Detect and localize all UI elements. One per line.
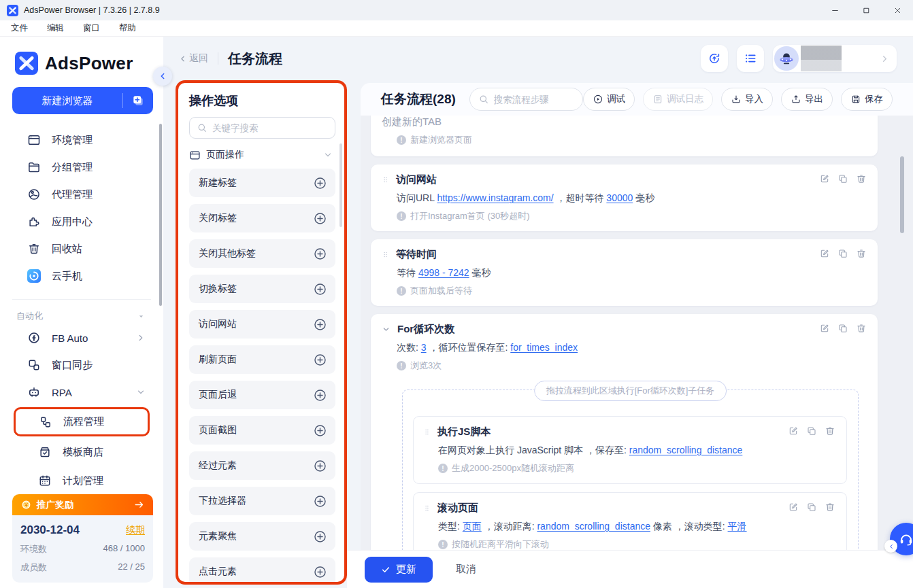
config-link-timeout[interactable]: 30000 [606, 192, 633, 203]
toolbar-button[interactable]: 导入 [721, 88, 773, 111]
plus-circle-icon[interactable] [313, 176, 327, 190]
menu-item[interactable]: 编辑 [47, 22, 64, 34]
operation-item[interactable]: 关闭标签 [189, 204, 335, 232]
sidebar-nav-item[interactable]: 模板商店 [0, 438, 163, 466]
operation-item[interactable]: 页面后退 [189, 381, 335, 409]
nav-item-label: 代理管理 [52, 188, 93, 201]
sidebar-nav-item[interactable]: 计划管理 [0, 466, 163, 495]
sidebar-nav-item[interactable]: 代理管理 [0, 181, 163, 208]
config-link-scroll-type[interactable]: 平滑 [728, 521, 747, 532]
operation-item[interactable]: 元素聚焦 [189, 522, 335, 551]
drag-handle-icon[interactable] [423, 503, 431, 513]
sidebar-nav-item[interactable]: FB Auto [0, 324, 163, 351]
menu-item[interactable]: 窗口 [83, 22, 100, 34]
config-link-times[interactable]: 3 [421, 342, 427, 353]
drag-handle-icon[interactable] [382, 175, 389, 185]
copy-icon[interactable] [837, 323, 848, 334]
drag-handle-icon[interactable] [423, 427, 431, 437]
ops-search-input[interactable] [212, 123, 328, 133]
automation-section-header[interactable]: 自动化 [16, 308, 146, 324]
edit-icon[interactable] [788, 426, 799, 436]
config-link-distance[interactable]: random_scrolling_distance [537, 521, 650, 532]
operation-item[interactable]: 关闭其他标签 [189, 239, 335, 268]
plus-circle-icon[interactable] [313, 565, 327, 579]
copy-icon[interactable] [806, 502, 817, 513]
operation-item-label: 页面截图 [199, 424, 237, 436]
plus-circle-icon[interactable] [313, 530, 327, 544]
menu-item[interactable]: 帮助 [119, 22, 136, 34]
task-list-button[interactable] [737, 45, 764, 72]
plus-circle-icon[interactable] [313, 247, 327, 261]
new-browser-quick-add[interactable] [123, 94, 153, 107]
toolbar-button[interactable]: 导出 [781, 88, 833, 111]
delete-icon[interactable] [825, 502, 835, 513]
edit-icon[interactable] [819, 248, 830, 259]
support-collapse-button[interactable] [884, 540, 897, 553]
sidebar-nav-item[interactable]: 窗口同步 [0, 351, 163, 379]
delete-icon[interactable] [856, 248, 867, 259]
cancel-button[interactable]: 取消 [456, 563, 476, 576]
edit-icon[interactable] [788, 502, 799, 513]
plus-circle-icon[interactable] [313, 211, 327, 226]
sidebar-collapse-button[interactable] [153, 67, 172, 86]
toolbar-button[interactable]: 调试日志 [643, 88, 713, 111]
edit-icon[interactable] [819, 323, 830, 334]
plus-circle-icon[interactable] [313, 282, 327, 296]
toolbar-button[interactable]: 调试 [583, 88, 635, 111]
plus-circle-icon[interactable] [313, 494, 327, 508]
config-link-variable[interactable]: for_times_index [510, 342, 578, 353]
operation-item[interactable]: 页面截图 [189, 416, 335, 445]
edit-icon[interactable] [819, 173, 830, 184]
sidebar-nav-item[interactable]: 分组管理 [0, 154, 163, 181]
plus-circle-icon[interactable] [313, 353, 327, 367]
update-button[interactable]: 更新 [365, 557, 433, 583]
chevron-down-icon[interactable] [382, 325, 391, 334]
operation-item[interactable]: 刷新页面 [189, 345, 335, 374]
copy-icon[interactable] [837, 248, 848, 259]
sidebar-nav-item[interactable]: 应用中心 [0, 208, 163, 235]
toolbar-button[interactable]: 保存 [841, 88, 893, 111]
renew-link[interactable]: 续期 [126, 524, 145, 536]
delete-icon[interactable] [856, 173, 867, 184]
operation-item[interactable]: 下拉选择器 [189, 487, 335, 515]
copy-icon[interactable] [837, 173, 848, 184]
sidebar-nav-item[interactable]: 环境管理 [0, 126, 163, 154]
drag-handle-icon[interactable] [382, 249, 389, 260]
sidebar-nav-item[interactable]: 回收站 [0, 235, 163, 262]
sync-button[interactable] [701, 45, 728, 72]
plus-circle-icon[interactable] [313, 423, 327, 438]
config-link-variable[interactable]: random_scrolling_distance [629, 445, 743, 455]
delete-icon[interactable] [825, 426, 835, 436]
operation-item[interactable]: 访问网站 [189, 310, 335, 339]
delete-icon[interactable] [856, 323, 867, 334]
ops-scrollbar-thumb[interactable] [339, 143, 342, 227]
new-browser-button[interactable]: 新建浏览器 [12, 87, 153, 114]
back-button[interactable]: 返回 [178, 52, 208, 65]
promo-rewards-banner[interactable]: 推广奖励 [12, 494, 153, 515]
plus-circle-icon[interactable] [313, 317, 327, 332]
window-control-button[interactable] [850, 0, 882, 20]
menu-item[interactable]: 文件 [11, 22, 28, 34]
step-search-input[interactable] [494, 94, 574, 105]
plus-circle-icon[interactable] [313, 388, 327, 402]
config-link-wait-range[interactable]: 4998 - 7242 [418, 267, 469, 278]
copy-icon[interactable] [806, 426, 817, 436]
sidebar-item-flow-management[interactable]: 流程管理 [16, 409, 148, 434]
loop-subtask-dropzone[interactable]: 拖拉流程到此区域执行[For循环次数]子任务 执行JS脚本 [402, 390, 859, 551]
operation-item[interactable]: 切换标签 [189, 275, 335, 303]
account-menu[interactable] [773, 45, 897, 72]
sidebar-nav-item[interactable]: 云手机 [0, 262, 163, 290]
sidebar-scrollbar-thumb[interactable] [159, 124, 162, 306]
window-control-button[interactable] [819, 0, 850, 20]
operation-item[interactable]: 点击元素 [189, 557, 335, 585]
task-list-scrollbar-thumb[interactable] [900, 156, 904, 233]
operation-item[interactable]: 新建标签 [189, 169, 335, 197]
window-control-button[interactable] [882, 0, 913, 20]
sidebar-nav-item[interactable]: RPA [0, 379, 163, 406]
page-operations-section-header[interactable]: 页面操作 [189, 149, 335, 161]
config-link-url[interactable]: https://www.instagram.com/ [437, 192, 553, 203]
config-link-type[interactable]: 页面 [463, 521, 482, 532]
brand-name: AdsPower [45, 53, 133, 74]
operation-item[interactable]: 经过元素 [189, 451, 335, 480]
plus-circle-icon[interactable] [313, 459, 327, 473]
